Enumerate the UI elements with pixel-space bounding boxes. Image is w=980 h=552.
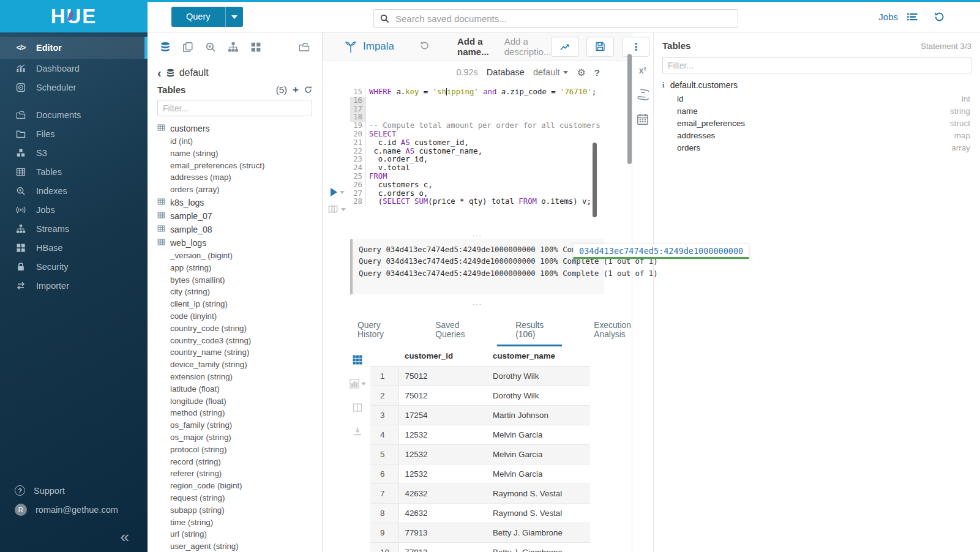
columns-view-icon[interactable] [353,403,362,412]
explain-options-caret[interactable] [341,208,346,211]
jobs-list-icon[interactable] [907,12,918,22]
table-item[interactable]: web_logs [157,236,322,250]
new-query-button[interactable]: Query [171,7,243,27]
refresh-icon[interactable] [304,86,312,94]
column-item[interactable]: request (string) [157,492,322,504]
tables-filter[interactable] [157,100,312,116]
sql-editor[interactable]: 15WHERE a.key = 'shipping' and a.zip_cod… [323,83,632,233]
panel-scrollbar[interactable] [627,54,632,164]
back-chevron-icon[interactable]: ‹ [157,68,162,78]
jobs-link[interactable]: Jobs [878,12,898,22]
table-item[interactable]: customers [157,122,322,135]
column-item[interactable]: code (tinyint) [157,310,322,323]
table-item[interactable]: k8s_logs [157,196,322,209]
column-item[interactable]: _version_ (bigint) [157,250,322,262]
chart-settings-button[interactable] [551,37,578,57]
add-table-button[interactable]: + [293,86,299,94]
log-resize-handle[interactable]: ··· [323,233,632,239]
table-row[interactable]: 275012Dorothy WilkJ882C296 [370,386,590,406]
functions-icon[interactable]: x² [639,65,646,75]
column-item[interactable]: client_ip (string) [157,298,322,310]
user-menu[interactable]: R romain@gethue.com [0,500,148,519]
assist-column-row[interactable]: ordersarray [662,142,971,154]
folder-documents-icon[interactable] [299,42,310,53]
code-line[interactable]: 16 [350,97,600,105]
column-item[interactable]: addresses (map) [157,171,322,184]
sidebar-item-hbase[interactable]: HBase [0,238,148,257]
active-table-row[interactable]: i default.customers [662,78,971,92]
code-line[interactable]: 17 [350,105,600,114]
sidebar-item-files[interactable]: Files [0,124,148,143]
global-search[interactable] [373,9,738,28]
column-item[interactable]: id (int) [157,135,322,147]
settings-gear-icon[interactable]: ⚙ [577,67,585,78]
chart-type-caret[interactable] [361,382,366,386]
code-line[interactable]: 23 o.order_id, [350,155,600,164]
sidebar-item-dashboard[interactable]: Dashboard [0,59,148,78]
table-row[interactable]: 512532Melvin GarciaB8623C2507 [370,445,590,464]
code-line[interactable]: 22 c.name AS customer_name, [350,147,600,156]
code-line[interactable]: 19-- Compute total amount per order for … [350,122,600,130]
code-line[interactable]: 21 c.id AS customer_id, [350,139,600,147]
right-filter-input[interactable] [668,61,966,70]
tab-query-history[interactable]: Query History [357,321,385,346]
tab-saved-queries[interactable]: Saved Queries [435,321,465,346]
sidebar-item-editor[interactable]: </>Editor [0,37,148,59]
tab-execution-analysis[interactable]: Execution Analysis [594,321,632,346]
table-row[interactable]: 412532Melvin GarciaPB626868 [370,425,590,445]
column-item[interactable]: extension (string) [157,371,322,383]
schedule-calendar-icon[interactable] [637,113,649,125]
sidebar-item-documents[interactable]: Documents [0,105,148,124]
tables-filter-input[interactable] [163,103,307,113]
column-header[interactable]: customer_id [398,346,487,367]
query-name-field[interactable]: Add a name... [457,36,489,57]
code-line[interactable]: 15WHERE a.key = 'shipping' and a.zip_cod… [350,88,600,97]
column-item[interactable]: region_code (bigint) [157,480,322,492]
current-database[interactable]: default [179,67,209,78]
code-line[interactable]: 24 v.total [350,164,600,173]
job-id-link[interactable]: 034d413ec7474ed5:4249de1000000000 [573,244,749,259]
sidebar-item-jobs[interactable]: Jobs [0,200,148,219]
apps-grid-icon[interactable] [250,42,261,53]
column-item[interactable]: bytes (smallint) [157,274,322,286]
column-item[interactable]: app (string) [157,262,322,274]
column-header[interactable]: customer_name [487,346,590,367]
assist-column-row[interactable]: idint [662,92,971,105]
sidebar-collapse-button[interactable]: « [0,529,148,545]
column-item[interactable]: protocol (string) [157,444,322,456]
execute-options-caret[interactable] [340,191,345,194]
sidebar-item-importer[interactable]: Importer [0,276,148,295]
column-item[interactable]: orders (array) [157,184,322,196]
column-item[interactable]: time (string) [157,517,322,529]
column-item[interactable]: record (string) [157,456,322,468]
sidebar-item-tables[interactable]: Tables [0,162,148,181]
column-item[interactable]: name (string) [157,147,322,160]
code-line[interactable]: 27 c.orders o, [350,190,600,198]
column-item[interactable]: referer (string) [157,468,322,480]
table-item[interactable]: sample_08 [157,223,322,236]
database-select[interactable]: default [533,67,569,77]
search-input[interactable] [395,13,731,24]
download-icon[interactable] [353,427,362,436]
table-row[interactable]: 742632Raymond S. VestalHS31241944 [370,484,590,504]
sidebar-item-scheduler[interactable]: Scheduler [0,78,148,97]
documents-source-icon[interactable] [182,42,193,53]
language-reference-icon[interactable] [637,88,649,100]
code-line[interactable]: 20SELECT [350,130,600,139]
tab-results-106-[interactable]: Results (106) [497,321,562,346]
help-icon[interactable]: ? [594,67,600,78]
sidebar-item-indexes[interactable]: Indexes [0,181,148,200]
code-line[interactable]: 26 customers c, [350,181,600,190]
column-item[interactable]: url (string) [157,528,322,540]
column-item[interactable]: subapp (string) [157,504,322,517]
table-row[interactable]: 317254Martin JohnsonI72T3918 [370,406,590,425]
column-item[interactable]: method (string) [157,407,322,419]
assist-column-row[interactable]: email_preferencesstruct [662,117,971,129]
table-row[interactable]: 175012Dorothy Wilk4056711918 [370,367,590,386]
column-item[interactable]: longitude (float) [157,395,322,408]
results-resize-handle[interactable]: ··· [323,302,632,308]
column-item[interactable]: email_preferences (struct) [157,160,322,172]
assist-column-row[interactable]: addressesmap [662,130,971,142]
snippet-history-button[interactable] [420,41,429,53]
column-item[interactable]: latitude (float) [157,383,322,395]
